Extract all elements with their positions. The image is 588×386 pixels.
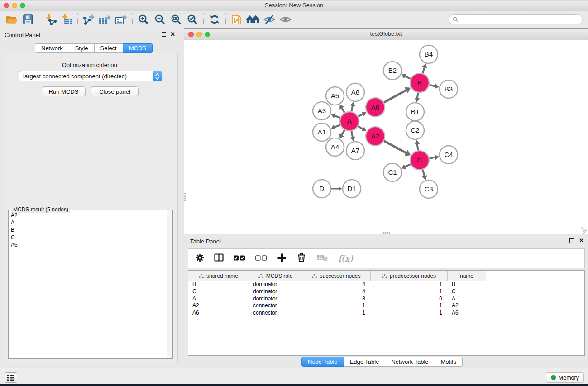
- hide-eye-button[interactable]: [261, 12, 277, 27]
- table-header-row: shared name MCDS role successor nodes pr…: [188, 271, 584, 281]
- column-header-predecessor-nodes[interactable]: predecessor nodes: [371, 271, 448, 281]
- graph-node-label: C3: [424, 185, 433, 193]
- home-button[interactable]: [245, 12, 261, 27]
- refresh-button[interactable]: [206, 12, 223, 27]
- tab-edge-table[interactable]: Edge Table: [344, 357, 386, 367]
- search-icon: [453, 17, 459, 23]
- show-eye-button[interactable]: [277, 12, 294, 27]
- search-field[interactable]: [449, 14, 583, 24]
- zoom-fit-button[interactable]: [168, 12, 184, 27]
- main-titlebar: Session: New Session: [0, 0, 588, 11]
- table-toolbar: f(x): [188, 248, 585, 268]
- table-row[interactable]: B dominator 4 1 B: [188, 281, 584, 288]
- graph-node-label: C2: [411, 126, 419, 134]
- list-item[interactable]: A: [11, 219, 167, 226]
- desktop-background: [0, 384, 588, 386]
- tab-mcds[interactable]: MCDS: [123, 43, 153, 53]
- column-header-shared-name[interactable]: shared name: [188, 271, 249, 281]
- list-item[interactable]: A2: [11, 212, 167, 219]
- list-item[interactable]: A6: [11, 241, 167, 248]
- hierarchy-icon: [199, 274, 204, 278]
- control-panel-title: Control Panel: [5, 32, 40, 38]
- network-file-icon: [231, 13, 243, 26]
- criterion-select[interactable]: largest connected component (directed): [19, 71, 162, 81]
- split-columns-icon: [214, 253, 224, 262]
- run-mcds-button[interactable]: Run MCDS: [42, 86, 86, 96]
- delete-table-button-disabled: [316, 253, 328, 263]
- table-row[interactable]: A6 connector 1 1 A6: [188, 310, 584, 317]
- add-column-button[interactable]: [277, 253, 287, 264]
- tab-style[interactable]: Style: [69, 43, 95, 53]
- hierarchy-icon: [258, 274, 263, 278]
- deselect-all-columns-button[interactable]: [255, 254, 267, 262]
- import-table-icon: [60, 14, 73, 25]
- hierarchy-icon: [312, 274, 317, 278]
- column-header-mcds-role[interactable]: MCDS role: [249, 271, 302, 281]
- open-session-button[interactable]: [4, 12, 20, 27]
- zoom-fit-icon: [171, 14, 182, 25]
- network-file-button[interactable]: [229, 12, 245, 27]
- zoom-in-button[interactable]: [135, 12, 152, 27]
- mcds-result-box: MCDS result (5 nodes) A2 A B C A6: [8, 210, 173, 359]
- export-table-button[interactable]: [97, 12, 113, 27]
- zoom-selected-button[interactable]: [184, 12, 201, 27]
- graph-node-label: A6: [371, 103, 379, 111]
- task-history-button[interactable]: [5, 372, 17, 383]
- memory-status-icon: [551, 375, 556, 380]
- table-row[interactable]: A2 connector 1 1 A2: [188, 302, 584, 310]
- tab-select[interactable]: Select: [95, 43, 123, 53]
- network-title: testGlobe.txt: [184, 31, 588, 37]
- scrollbar-track[interactable]: [167, 210, 172, 358]
- close-panel-icon[interactable]: ✕: [579, 238, 584, 243]
- plus-icon: [277, 253, 287, 262]
- float-panel-icon[interactable]: [162, 32, 166, 37]
- pane-grip[interactable]: [184, 193, 186, 201]
- zoom-in-icon: [138, 14, 149, 25]
- import-network-button[interactable]: [42, 12, 58, 27]
- table-panel-title: Table Panel: [190, 238, 221, 245]
- float-panel-icon[interactable]: [569, 238, 574, 243]
- network-canvas[interactable]: B4B2BB3A8A5A6A3B1AC2A1A2A4A7C4CC1C3DD1: [184, 40, 588, 234]
- close-panel-icon[interactable]: ✕: [170, 32, 175, 37]
- zoom-selected-icon: [187, 14, 198, 25]
- memory-button[interactable]: Memory: [546, 372, 584, 383]
- export-image-button[interactable]: [113, 12, 129, 27]
- table-row[interactable]: A dominator 8 0 A: [188, 295, 584, 303]
- toolbar-separator: [77, 13, 78, 26]
- table-settings-button[interactable]: [196, 253, 204, 264]
- table-row[interactable]: C dominator 4 1 C: [188, 288, 584, 295]
- zoom-out-button[interactable]: [152, 12, 168, 27]
- list-item[interactable]: C: [11, 234, 167, 241]
- graph-node-label: D1: [347, 185, 356, 192]
- split-table-button[interactable]: [214, 253, 224, 263]
- graph-node-label: A4: [331, 143, 339, 151]
- resize-grip-icon[interactable]: [581, 227, 587, 234]
- pane-grip[interactable]: [382, 232, 390, 234]
- save-session-button[interactable]: [20, 12, 36, 27]
- toolbar-separator: [203, 13, 204, 26]
- column-header-name[interactable]: name: [448, 271, 486, 281]
- search-input[interactable]: [461, 16, 578, 23]
- control-panel-tabs: Network Style Select MCDS: [35, 43, 153, 53]
- main-toolbar: [0, 11, 588, 28]
- delete-column-button[interactable]: [296, 253, 306, 264]
- column-header-successor-nodes[interactable]: successor nodes: [302, 271, 371, 281]
- tab-motifs[interactable]: Motifs: [435, 357, 463, 367]
- mcds-result-list[interactable]: A2 A B C A6: [9, 210, 167, 358]
- select-stepper-icon: [153, 71, 162, 81]
- toolbar-separator: [225, 13, 226, 26]
- tab-network[interactable]: Network: [35, 43, 69, 53]
- tab-network-table[interactable]: Network Table: [385, 357, 435, 367]
- hierarchy-icon: [382, 274, 387, 278]
- import-table-button[interactable]: [58, 12, 75, 27]
- select-all-columns-button[interactable]: [234, 254, 245, 262]
- export-image-icon: [115, 14, 128, 25]
- list-item[interactable]: B: [11, 226, 167, 234]
- optimization-criterion-label: Optimization criterion:: [0, 62, 181, 68]
- close-panel-button[interactable]: Close panel: [91, 86, 139, 96]
- tab-node-table[interactable]: Node Table: [301, 357, 344, 367]
- graph-node-label: B1: [411, 108, 419, 115]
- graph-node-label: C1: [388, 168, 397, 176]
- network-window-titlebar[interactable]: testGlobe.txt: [184, 29, 588, 40]
- export-network-button[interactable]: [81, 12, 97, 27]
